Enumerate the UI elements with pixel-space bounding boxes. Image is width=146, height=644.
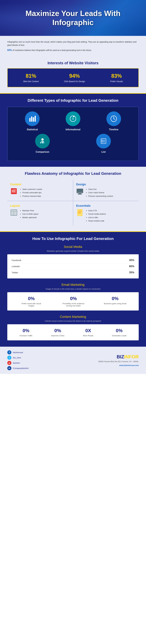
interest-pct-1: 81%	[23, 73, 39, 79]
svg-rect-33	[11, 212, 13, 215]
anatomy-content-li-3: Produce relevant data	[22, 194, 42, 198]
interest-item-1: 81% Skim the Content	[23, 73, 39, 82]
howto-title: How To Use Infographic For Lead Generati…	[7, 236, 139, 241]
anatomy-essentials-inner: Clear CTA Social media buttons Link to o…	[76, 209, 136, 223]
anatomy-content-icon	[10, 188, 17, 196]
svg-rect-29	[78, 194, 81, 194]
facebook-icon: f	[7, 350, 11, 354]
content-label-3: More Reads	[83, 334, 93, 337]
anatomy-layout: Layout Maintain Flow Use of white space …	[7, 201, 73, 226]
pinterest-icon: p	[7, 361, 11, 365]
brand-website: www.bizinforusa.com	[98, 364, 139, 366]
highlight-pct: 65%	[7, 49, 12, 52]
svg-rect-37	[78, 211, 82, 211]
types-row-1: Statistical i Informational	[12, 112, 134, 131]
anatomy-design: Design Clear font Color match theme Pict…	[73, 180, 139, 201]
email-label-1: Prefer email with visual images	[20, 302, 43, 307]
footer-social: f /bizinforusa/ t /biz_infor/ p /bizinfo…	[7, 350, 29, 370]
svg-rect-1	[31, 116, 32, 122]
interest-label-3: Prefer Visuals	[110, 80, 123, 82]
content-title: Content Marketing	[7, 315, 139, 319]
anatomy-layout-inner: Maintain Flow Use of white space Mobile …	[10, 209, 70, 219]
anatomy-design-inner: Clear font Color match theme Pictures re…	[76, 188, 136, 198]
email-desc: Usage of visuals in the email have a dra…	[7, 288, 139, 290]
anatomy-essentials-label: Essentials	[76, 204, 136, 208]
svg-rect-0	[29, 118, 30, 122]
brand-biz: BIZ	[117, 354, 124, 360]
anatomy-content-list: State customer's needs Provide actionabl…	[20, 188, 42, 198]
svg-rect-20	[102, 142, 102, 142]
footer-social-tw[interactable]: t /biz_infor/	[7, 356, 29, 360]
footer-pi-handle: /bizinfor/	[13, 362, 20, 364]
types-title: Different Types of Infographic for Lead …	[7, 98, 139, 103]
hero-title: Maximize Your Leads With Infographic	[6, 9, 140, 27]
content-pct-1: 0%	[20, 328, 33, 333]
linkedin-icon: in	[7, 366, 11, 370]
content-marketing-wrapper: Content Marketing Colorful visual conten…	[7, 315, 139, 340]
svg-rect-2	[33, 117, 34, 122]
svg-rect-39	[78, 212, 81, 213]
anatomy-design-list: Clear font Color match theme Pictures re…	[86, 188, 113, 198]
type-item-comparison: Comparison	[32, 134, 53, 153]
type-icon-list	[96, 134, 111, 148]
anatomy-design-icon	[76, 188, 83, 196]
email-pct-3: 0%	[104, 296, 126, 301]
svg-rect-40	[78, 213, 81, 214]
svg-rect-34	[14, 212, 17, 215]
footer-social-pi[interactable]: p /bizinfor/	[7, 361, 29, 365]
footer-li-handle: /Company/bizinfor/	[13, 367, 29, 369]
email-item-2: 0% Possibility of the audience turning i…	[62, 296, 85, 307]
social-media-box: Facebook 30% LinkedIn 80% Twitter 35%	[7, 254, 139, 278]
svg-point-6	[73, 116, 74, 117]
types-row-2: Comparison List	[12, 134, 134, 153]
svg-text:i: i	[73, 116, 73, 120]
content-item-1: 0% Increase Traffic	[20, 328, 33, 337]
interest-pct-2: 94%	[64, 73, 85, 79]
content-item-3: 0X More Reads	[83, 328, 93, 337]
anatomy-layout-li-2: Use of white space	[22, 212, 38, 216]
twitter-icon: t	[7, 356, 11, 360]
svg-rect-32	[11, 210, 17, 212]
social-media-desc: Marketers generate a good number of lead…	[7, 250, 139, 252]
svg-rect-25	[12, 189, 13, 190]
svg-rect-3	[35, 116, 36, 122]
footer-social-fb[interactable]: f /bizinforusa/	[7, 350, 29, 354]
type-label-list: List	[101, 151, 106, 153]
type-item-informational: i Informational	[62, 112, 84, 131]
anatomy-layout-list: Maintain Flow Use of white space Mobile …	[20, 209, 38, 219]
svg-rect-18	[102, 140, 102, 140]
content-box: 0% Increase Traffic 0% Improves Clicks 0…	[7, 324, 139, 340]
type-label-statistical: Statistical	[27, 128, 38, 131]
social-platform-1: Facebook	[12, 259, 21, 262]
footer-social-li[interactable]: in /Company/bizinfor/	[7, 366, 29, 370]
anatomy-essentials-li-3: Link to offer	[88, 216, 106, 219]
footer: f /bizinforusa/ t /biz_infor/ p /bizinfo…	[0, 346, 146, 374]
anatomy-essentials-list: Clear CTA Social media buttons Link to o…	[86, 209, 106, 223]
type-item-timeline: Timeline	[103, 112, 125, 131]
content-label-1: Increase Traffic	[20, 334, 33, 337]
interest-pct-3: 83%	[110, 73, 123, 79]
anatomy-layout-icon	[10, 209, 17, 218]
anatomy-design-label: Design	[76, 183, 136, 186]
svg-rect-19	[102, 141, 102, 141]
anatomy-layout-li-1: Maintain Flow	[22, 209, 38, 212]
interest-label-1: Skim the Content	[23, 80, 39, 82]
svg-point-10	[113, 118, 114, 119]
social-platform-2: LinkedIn	[12, 265, 20, 268]
type-icon-statistical	[25, 112, 40, 126]
interest-label-2: Click Based On Design	[64, 80, 85, 82]
svg-rect-24	[12, 192, 16, 192]
intro-section: Infographics are so much more than the v…	[0, 36, 146, 58]
anatomy-essentials: Essentials Clear CTA Social media button…	[73, 201, 139, 226]
svg-rect-30	[78, 194, 82, 194]
type-icon-comparison	[35, 134, 50, 148]
footer-fb-handle: /bizinforusa/	[13, 351, 23, 354]
email-item-3: 0% Business grew using email	[104, 296, 126, 307]
content-item-4: 0% Generates Leads	[112, 328, 127, 337]
content-desc: Colorful visual content increases the de…	[7, 320, 139, 322]
interests-section: Interests of Website Visitors 81% Skim t…	[0, 58, 146, 93]
social-media-title: Social Media	[7, 245, 139, 249]
anatomy-design-li-2: Color match theme	[88, 191, 113, 194]
anatomy-essentials-li-2: Social media buttons	[88, 212, 106, 216]
svg-rect-28	[77, 189, 83, 192]
